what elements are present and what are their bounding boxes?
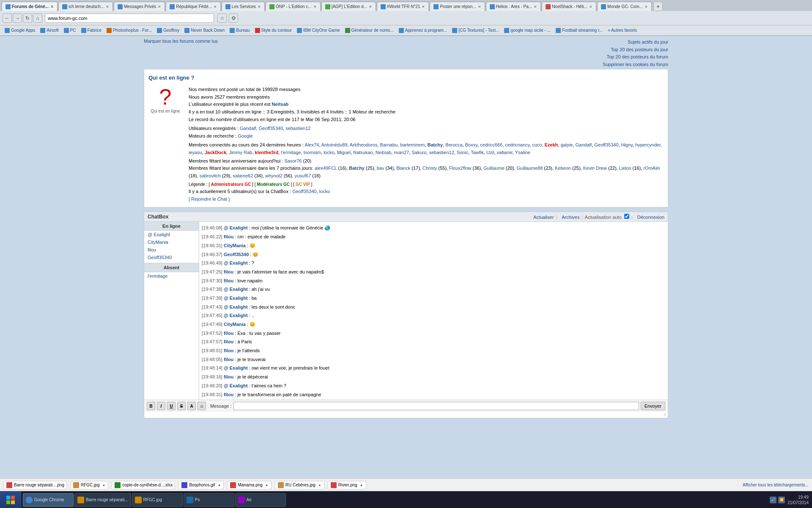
tab-close-icon[interactable]: ✕ — [106, 5, 109, 9]
top-right-link-1[interactable]: Sujets actifs du jour — [603, 39, 668, 46]
download-item-3[interactable]: copie-de-synthèse-d....xlsx ▲ — [112, 481, 175, 489]
top-right-link-3[interactable]: Top 20 des posteurs du forum — [603, 53, 668, 61]
tab-close-icon[interactable]: ✕ — [158, 5, 161, 9]
format-underline-button[interactable]: U — [167, 402, 176, 410]
tab-helios[interactable]: Helios : Ares - Pa... ✕ — [486, 2, 541, 11]
chatbox-archives-link[interactable]: Archives — [562, 215, 579, 220]
tab-close-icon[interactable]: ✕ — [369, 5, 372, 9]
chat-user-link[interactable]: @ Exalight — [224, 260, 248, 265]
chatbox-auto-checkbox[interactable] — [624, 214, 629, 219]
reload-button[interactable]: ↻ — [23, 14, 32, 23]
download-chevron-icon[interactable]: ▲ — [102, 483, 105, 487]
chat-user-link[interactable]: @ Exalight — [224, 383, 248, 388]
tab-close-icon[interactable]: ✕ — [589, 5, 593, 9]
bookmark-autres-favoris[interactable]: » Autres favoris — [606, 28, 639, 33]
tab-services[interactable]: Les Services ✕ — [222, 2, 265, 11]
tab-close-icon[interactable]: ✕ — [478, 5, 481, 9]
bookmark-google-map[interactable]: google map sicile - ... — [502, 28, 553, 33]
chat-user-link[interactable]: CityMania — [224, 322, 246, 327]
chatbox-user-lermitage[interactable]: l'ermitage — [144, 272, 199, 280]
taskbar-item-chrome[interactable]: Google Chrome — [23, 493, 74, 507]
download-item-1[interactable]: Barre rouge séparati....png ▲ — [3, 481, 67, 489]
chat-user-link[interactable]: @ Exalight — [224, 313, 248, 318]
taskbar-item-ae[interactable]: Ae — [235, 493, 286, 507]
tab-close-icon[interactable]: ✕ — [258, 5, 261, 9]
volume-icon[interactable]: 🔊 — [770, 497, 776, 503]
bookmark-never-back-down[interactable]: Never Back Down — [182, 28, 227, 33]
chat-user-link[interactable]: filou — [224, 357, 233, 362]
chat-user-link[interactable]: Geoff35340 — [224, 252, 249, 257]
back-button[interactable]: ← — [3, 14, 12, 23]
bookmark-apprenez[interactable]: Apprenez à program... — [397, 28, 450, 33]
tab-deutsch[interactable]: ich lerne deutsch... ✕ — [58, 2, 113, 11]
download-item-5[interactable]: Manama.png ▲ — [227, 481, 271, 489]
bookmark-bureau[interactable]: Bureau — [228, 28, 252, 33]
chatbox-update-link[interactable]: Actualiser — [533, 215, 554, 220]
tab-close-icon[interactable]: ✕ — [214, 5, 217, 9]
tab-close-icon[interactable]: ✕ — [645, 5, 648, 9]
join-chat-link[interactable]: [ Rejoindre le Chat ] — [189, 196, 664, 203]
chat-user-link[interactable]: filou — [224, 331, 233, 336]
chat-user-link[interactable]: filou — [224, 278, 233, 283]
wrench-icon[interactable]: ⚙ — [229, 14, 238, 23]
taskbar-item-explorer[interactable]: Barre rouge séparati... — [74, 493, 131, 507]
bookmark-google-apps[interactable]: Google Apps — [3, 28, 37, 33]
chat-user-link[interactable]: filou — [224, 234, 233, 239]
tab-close-icon[interactable]: ✕ — [422, 5, 425, 9]
download-chevron-icon[interactable]: ▲ — [318, 483, 321, 487]
chat-user-link[interactable]: @ Exalight — [224, 287, 248, 292]
mark-all-link[interactable]: Marquer tous les forums comme lus — [144, 39, 218, 44]
tab-agp[interactable]: [AGP] L'Edition d... ✕ — [321, 2, 376, 11]
chatbox-disconnect-link[interactable]: Déconnexion — [637, 215, 664, 220]
tab-republique[interactable]: République Fédé... ✕ — [166, 2, 221, 11]
show-all-downloads-link[interactable]: Afficher tous les téléchargements... — [743, 483, 809, 487]
address-bar[interactable] — [45, 14, 214, 23]
tab-close-icon[interactable]: ✕ — [534, 5, 537, 9]
tab-onp[interactable]: ONP - L'Edition c... ✕ — [266, 2, 321, 11]
chatbox-user-exalight[interactable]: @ Exalight — [144, 231, 199, 238]
message-input[interactable] — [233, 402, 639, 410]
download-chevron-icon[interactable]: ▲ — [265, 483, 269, 487]
bookmark-pc[interactable]: PC — [62, 28, 78, 33]
chat-user-link[interactable]: CityMania — [224, 243, 246, 248]
bookmark-photoshoplus[interactable]: Photoshoplus - For... — [104, 28, 154, 33]
chatbox-user-geoff[interactable]: Geoff35340 — [144, 254, 199, 261]
taskbar-item-rfgc[interactable]: RFGC.jpg — [132, 493, 183, 507]
tab-close-icon[interactable]: ✕ — [313, 5, 317, 9]
format-italic-button[interactable]: I — [157, 402, 165, 410]
bookmark-style[interactable]: Style du contour — [253, 28, 294, 33]
start-button[interactable] — [0, 491, 21, 508]
download-item-2[interactable]: RFGC.jpg ▲ — [70, 481, 108, 489]
tab-noelshack[interactable]: NoelShack - Héb... ✕ — [542, 2, 596, 11]
bookmark-airsoft[interactable]: Airsoft — [38, 28, 60, 33]
chat-user-link[interactable]: @ Exalight — [224, 304, 248, 309]
tab-close-icon[interactable]: ✕ — [50, 5, 54, 9]
tab-world[interactable]: #World TFR N°21 ✕ — [377, 2, 429, 11]
bookmark-generateur[interactable]: Générateur de noms... — [343, 28, 396, 33]
download-item-7[interactable]: Riven.png ▲ — [328, 481, 366, 489]
new-tab-button[interactable]: + — [653, 2, 663, 11]
taskbar-clock[interactable]: 19:49 21/07/2014 — [787, 494, 809, 505]
tab-messages[interactable]: Messages Privés ✕ — [114, 2, 165, 11]
chat-user-link[interactable]: @ Exalight — [224, 365, 248, 370]
bookmark-star[interactable]: ☆ — [217, 14, 227, 23]
download-chevron-icon[interactable]: ▲ — [218, 483, 221, 487]
taskbar-item-photoshop[interactable]: Ps — [184, 493, 234, 507]
chat-user-link[interactable]: filou — [224, 392, 233, 397]
chat-user-link[interactable]: filou — [224, 339, 233, 344]
tab-poster[interactable]: Poster une répon... ✕ — [430, 2, 485, 11]
download-item-6[interactable]: RU Cebères.jpg ▲ — [275, 481, 324, 489]
chat-user-link[interactable]: filou — [224, 269, 233, 274]
chat-user-link[interactable]: filou — [224, 374, 233, 379]
top-right-link-2[interactable]: Top 20 des posteurs du jour — [603, 46, 668, 54]
resize-handle[interactable]: // — [144, 412, 668, 418]
chat-user-link[interactable]: @ Exalight — [224, 225, 248, 230]
format-strike-button[interactable]: S — [177, 402, 186, 410]
bookmark-geoffroy[interactable]: Geoffroy — [155, 28, 181, 33]
home-button[interactable]: ⌂ — [33, 14, 42, 23]
format-color-button[interactable]: A — [187, 402, 196, 410]
chat-user-link[interactable]: filou — [224, 348, 233, 353]
top-right-link-4[interactable]: Supprimer les cookies du forum — [603, 61, 668, 69]
chat-user-link[interactable]: @ Exalight — [224, 295, 248, 301]
network-icon[interactable]: 📶 — [778, 497, 785, 503]
